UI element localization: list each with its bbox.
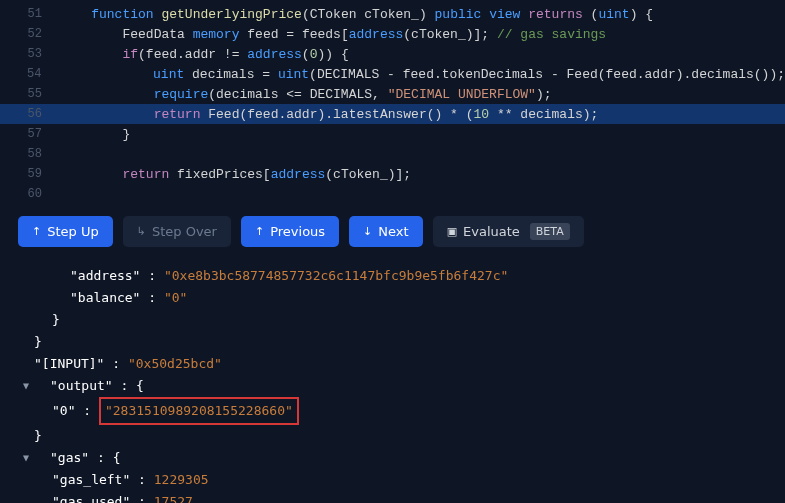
- beta-badge: BETA: [530, 223, 570, 240]
- line-number: 57: [0, 127, 60, 141]
- output-row: "balance" : "0": [20, 287, 765, 309]
- code-content: require(decimals <= DECIMALS, "DECIMAL U…: [60, 87, 552, 102]
- code-line: 57 }: [0, 124, 785, 144]
- code-content: if(feed.addr != address(0)) {: [60, 47, 349, 62]
- balance-value: "0": [164, 287, 187, 309]
- step-over-button[interactable]: ↳Step Over: [123, 216, 231, 247]
- code-content: }: [60, 127, 130, 142]
- expand-icon[interactable]: ▼: [20, 375, 32, 397]
- code-content: FeedData memory feed = feeds[address(cTo…: [60, 27, 606, 42]
- code-content: return Feed(feed.addr).latestAnswer() * …: [60, 107, 598, 122]
- address-key: "address": [70, 265, 140, 287]
- line-number: 52: [0, 27, 60, 41]
- code-line: 52 FeedData memory feed = feeds[address(…: [0, 24, 785, 44]
- line-number: 56: [0, 107, 60, 121]
- line-number: 51: [0, 7, 60, 21]
- code-content: return fixedPrices[address(cToken_)];: [60, 167, 411, 182]
- code-line: 53 if(feed.addr != address(0)) {: [0, 44, 785, 64]
- output-key: "output": [50, 375, 113, 397]
- line-number: 58: [0, 147, 60, 161]
- gas-left-value: 1229305: [154, 469, 209, 491]
- line-number: 53: [0, 47, 60, 61]
- code-line: 51 function getUnderlyingPrice(CToken cT…: [0, 4, 785, 24]
- output-idx: "0": [52, 400, 75, 422]
- output-panel: "address" : "0xe8b3bc58774857732c6c1147b…: [0, 259, 785, 503]
- step-up-button[interactable]: ↑Step Up: [18, 216, 113, 247]
- arrow-up-icon: ↑: [255, 225, 264, 238]
- highlighted-output: "2831510989208155228660": [99, 397, 299, 425]
- evaluate-button[interactable]: ▣EvaluateBETA: [433, 216, 584, 247]
- output-row: "0" : "2831510989208155228660": [20, 397, 765, 425]
- balance-key: "balance": [70, 287, 140, 309]
- gas-key: "gas": [50, 447, 89, 469]
- output-row: "gas_used" : 17527: [20, 491, 765, 503]
- code-line: 54 uint decimals = uint(DECIMALS - feed.…: [0, 64, 785, 84]
- line-number: 54: [0, 67, 59, 81]
- next-button[interactable]: ↓Next: [349, 216, 423, 247]
- square-icon: ▣: [447, 225, 457, 238]
- expand-icon[interactable]: ▼: [20, 447, 32, 469]
- arrow-up-icon: ↑: [32, 225, 41, 238]
- arrow-return-icon: ↳: [137, 225, 146, 238]
- output-row: }: [20, 309, 765, 331]
- debug-toolbar: ↑Step Up ↳Step Over ↑Previous ↓Next ▣Eva…: [0, 204, 785, 259]
- code-content: function getUnderlyingPrice(CToken cToke…: [60, 7, 653, 22]
- input-key: "[INPUT]": [34, 353, 104, 375]
- step-up-label: Step Up: [47, 224, 99, 239]
- code-line: 58: [0, 144, 785, 164]
- output-row: ▼"output" : {: [20, 375, 765, 397]
- next-label: Next: [378, 224, 408, 239]
- input-value: "0x50d25bcd": [128, 353, 222, 375]
- arrow-down-icon: ↓: [363, 225, 372, 238]
- previous-label: Previous: [270, 224, 325, 239]
- output-row: }: [20, 331, 765, 353]
- code-line: 59 return fixedPrices[address(cToken_)];: [0, 164, 785, 184]
- evaluate-label: Evaluate: [463, 224, 520, 239]
- previous-button[interactable]: ↑Previous: [241, 216, 339, 247]
- output-row: ▼"gas" : {: [20, 447, 765, 469]
- line-number: 59: [0, 167, 60, 181]
- output-value: "2831510989208155228660": [105, 403, 293, 418]
- line-number: 55: [0, 87, 60, 101]
- gas-left-key: "gas_left": [52, 469, 130, 491]
- code-line: 55 require(decimals <= DECIMALS, "DECIMA…: [0, 84, 785, 104]
- output-row: "[INPUT]" : "0x50d25bcd": [20, 353, 765, 375]
- output-row: }: [20, 425, 765, 447]
- code-line: 60: [0, 184, 785, 204]
- gas-used-value: 17527: [154, 491, 193, 503]
- gas-used-key: "gas_used": [52, 491, 130, 503]
- address-value: "0xe8b3bc58774857732c6c1147bfc9b9e5fb6f4…: [164, 265, 508, 287]
- step-over-label: Step Over: [152, 224, 217, 239]
- code-editor: 51 function getUnderlyingPrice(CToken cT…: [0, 0, 785, 204]
- output-row: "gas_left" : 1229305: [20, 469, 765, 491]
- code-content: [60, 187, 122, 202]
- code-line: 56 return Feed(feed.addr).latestAnswer()…: [0, 104, 785, 124]
- line-number: 60: [0, 187, 60, 201]
- code-content: uint decimals = uint(DECIMALS - feed.tok…: [59, 67, 785, 82]
- output-row: "address" : "0xe8b3bc58774857732c6c1147b…: [20, 265, 765, 287]
